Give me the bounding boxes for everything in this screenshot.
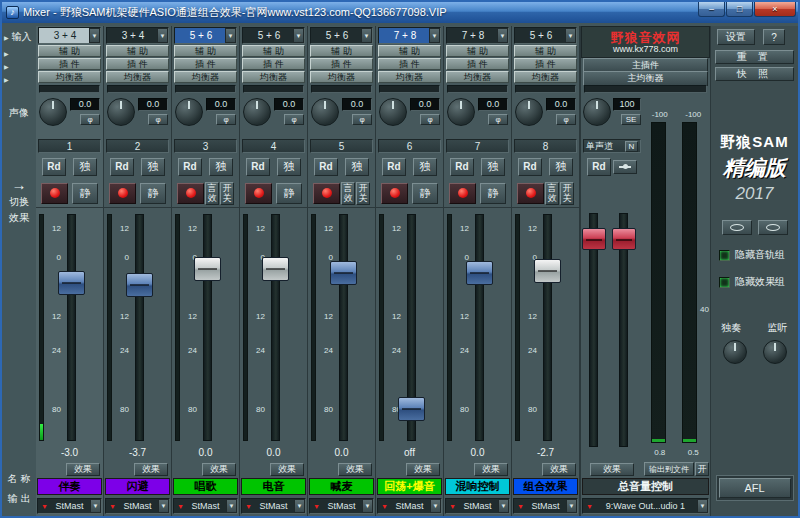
phase-button[interactable]: φ (352, 114, 372, 125)
eq-button[interactable]: 均衡器 (446, 71, 509, 83)
fader-handle[interactable] (58, 271, 85, 295)
chevron-down-icon[interactable]: ▼ (90, 499, 101, 513)
mute-button[interactable]: 静 (412, 183, 438, 204)
phase-button[interactable]: φ (216, 114, 236, 125)
effect-button[interactable]: 效果 (66, 463, 100, 476)
aux-button[interactable]: 辅 助 (242, 45, 305, 57)
record-button[interactable] (245, 183, 272, 204)
fx-switch-button[interactable]: 开关 (220, 182, 234, 205)
fader-handle[interactable] (262, 257, 289, 281)
pan-knob[interactable] (311, 98, 339, 126)
input-select[interactable]: 5 + 6 ▼ (242, 27, 305, 44)
plugin-button[interactable]: 插 件 (38, 58, 101, 70)
input-select[interactable]: 5 + 6 ▼ (310, 27, 373, 44)
mute-button[interactable]: 静 (72, 183, 98, 204)
output-select[interactable]: ▼ StMast ▼ (309, 498, 374, 514)
phase-button[interactable]: φ (80, 114, 100, 125)
output-select[interactable]: ▼ StMast ▼ (173, 498, 238, 514)
pan-knob[interactable] (515, 98, 543, 126)
voice-fx-button[interactable]: 言效 (545, 182, 559, 205)
record-enable-button[interactable]: Rd (246, 158, 270, 176)
fader-handle[interactable] (466, 261, 493, 285)
phase-button[interactable]: φ (148, 114, 168, 125)
snapshot-button[interactable]: 快 照 (715, 67, 794, 81)
reset-button[interactable]: 重 置 (715, 50, 794, 64)
record-enable-button[interactable]: Rd (178, 158, 202, 176)
afl-button[interactable]: AFL (719, 478, 791, 498)
fader-track[interactable] (203, 214, 212, 441)
eq-button[interactable]: 均衡器 (310, 71, 373, 83)
on-button[interactable]: 开 (695, 462, 709, 476)
effect-button[interactable]: 效果 (338, 463, 372, 476)
minimize-button[interactable]: – (698, 2, 725, 17)
eq-button[interactable]: 均衡器 (106, 71, 169, 83)
output-select[interactable]: ▼ StMast ▼ (37, 498, 102, 514)
input-select[interactable]: 3 + 4 ▼ (106, 27, 169, 44)
plugin-button[interactable]: 插 件 (106, 58, 169, 70)
eq-button[interactable]: 均衡器 (514, 71, 577, 83)
link-button-2[interactable] (758, 220, 788, 235)
eq-button[interactable]: 均衡器 (38, 71, 101, 83)
pan-knob[interactable] (379, 98, 407, 126)
input-select[interactable]: 5 + 6 ▼ (514, 27, 577, 44)
solo-button[interactable]: 独 (277, 158, 301, 176)
record-enable-button[interactable]: Rd (314, 158, 338, 176)
record-button[interactable] (517, 183, 544, 204)
record-button[interactable] (177, 183, 204, 204)
record-enable-button[interactable]: Rd (518, 158, 542, 176)
aux-button[interactable]: 辅 助 (514, 45, 577, 57)
effect-button[interactable]: 效果 (270, 463, 304, 476)
output-select[interactable]: ▼ StMast ▼ (105, 498, 170, 514)
fader-handle[interactable] (534, 259, 561, 283)
chevron-down-icon[interactable]: ▼ (89, 28, 100, 43)
plugin-button[interactable]: 插 件 (242, 58, 305, 70)
master-toggle-button[interactable] (613, 160, 637, 174)
plugin-button[interactable]: 插 件 (446, 58, 509, 70)
effect-button[interactable]: 效果 (134, 463, 168, 476)
effect-button[interactable]: 效果 (474, 463, 508, 476)
chevron-down-icon[interactable]: ▼ (498, 499, 509, 513)
master-fader-handle-left[interactable] (582, 228, 606, 250)
fader-track[interactable] (339, 214, 348, 441)
link-button-1[interactable] (722, 220, 752, 235)
chevron-down-icon[interactable]: ▼ (225, 28, 236, 43)
chevron-down-icon[interactable]: ▼ (226, 499, 237, 513)
phase-button[interactable]: φ (420, 114, 440, 125)
input-select[interactable]: 7 + 8 ▼ (446, 27, 509, 44)
aux-button[interactable]: 辅 助 (174, 45, 237, 57)
input-select[interactable]: 3 + 4 ▼ (38, 27, 101, 44)
record-button[interactable] (381, 183, 408, 204)
output-to-file-button[interactable]: 输出到文件 (644, 462, 694, 476)
master-fader-handle-right[interactable] (612, 228, 636, 250)
effect-button[interactable]: 效果 (406, 463, 440, 476)
pan-knob[interactable] (175, 98, 203, 126)
plugin-button[interactable]: 插 件 (378, 58, 441, 70)
record-button[interactable] (109, 183, 136, 204)
master-output-select[interactable]: ▼ 9:Wave Out...udio 1 ▼ (582, 498, 709, 514)
output-select[interactable]: ▼ StMast ▼ (377, 498, 442, 514)
pan-knob[interactable] (39, 98, 67, 126)
fader-handle[interactable] (194, 257, 221, 281)
normalize-button[interactable]: N (625, 141, 638, 152)
close-button[interactable]: × (754, 2, 796, 17)
aux-button[interactable]: 辅 助 (378, 45, 441, 57)
se-button[interactable]: SE (621, 114, 641, 125)
solo-button[interactable]: 独 (481, 158, 505, 176)
record-enable-button[interactable]: Rd (382, 158, 406, 176)
chevron-down-icon[interactable]: ▼ (361, 28, 372, 43)
hide-tracks-checkbox[interactable] (719, 250, 730, 261)
aux-button[interactable]: 辅 助 (446, 45, 509, 57)
solo-button[interactable]: 独 (549, 158, 573, 176)
aux-button[interactable]: 辅 助 (38, 45, 101, 57)
mute-button[interactable]: 静 (276, 183, 302, 204)
solo-button[interactable]: 独 (73, 158, 97, 176)
record-button[interactable] (313, 183, 340, 204)
fader-handle[interactable] (126, 273, 153, 297)
fader-track[interactable] (475, 214, 484, 441)
record-button[interactable] (449, 183, 476, 204)
eq-button[interactable]: 均衡器 (378, 71, 441, 83)
monitor-knob[interactable] (763, 340, 787, 364)
record-enable-button[interactable]: Rd (42, 158, 66, 176)
aux-button[interactable]: 辅 助 (106, 45, 169, 57)
switch-effect-block[interactable]: → 切换 效果 (2, 176, 36, 225)
